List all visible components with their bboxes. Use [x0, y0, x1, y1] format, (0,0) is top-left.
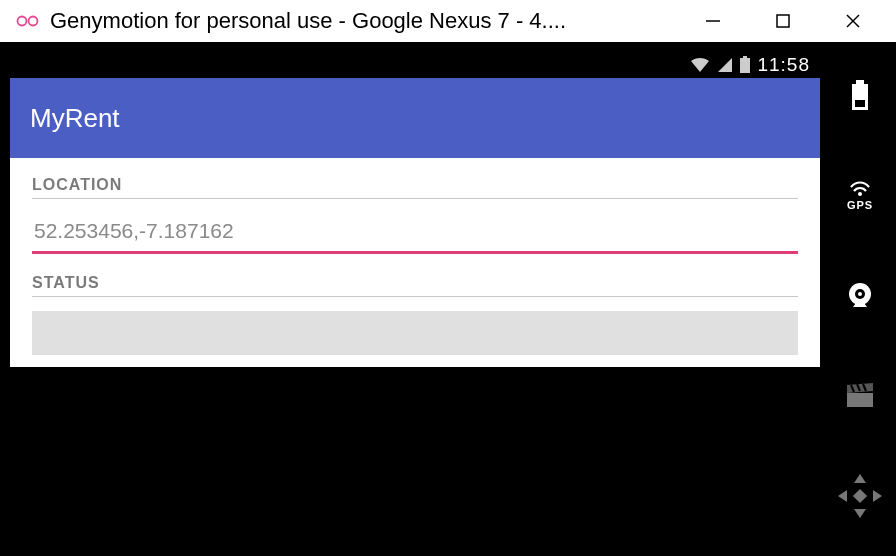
window-controls: [698, 6, 888, 36]
app-content: LOCATION STATUS: [10, 158, 820, 367]
dpad-tool-button[interactable]: [838, 474, 882, 518]
android-statusbar: 11:58: [10, 52, 820, 78]
battery-tool-button[interactable]: [838, 74, 882, 118]
clapperboard-tool-button[interactable]: [838, 374, 882, 418]
device-screen: 11:58 MyRent LOCATION STATUS: [0, 42, 824, 556]
wifi-icon: [689, 56, 711, 74]
location-label: LOCATION: [32, 176, 798, 194]
svg-point-14: [858, 292, 862, 296]
svg-rect-7: [743, 56, 747, 58]
status-field[interactable]: [32, 311, 798, 355]
status-label: STATUS: [32, 274, 798, 292]
svg-point-0: [18, 17, 27, 26]
divider: [32, 296, 798, 297]
svg-point-1: [29, 17, 38, 26]
battery-icon: [739, 56, 751, 74]
clapperboard-icon: [845, 383, 875, 409]
genymotion-logo-icon: [16, 14, 40, 28]
close-button[interactable]: [838, 6, 868, 36]
svg-rect-15: [847, 393, 873, 407]
window-titlebar: Genymotion for personal use - Google Nex…: [0, 0, 896, 42]
gps-tool-button[interactable]: GPS: [838, 174, 882, 218]
svg-rect-6: [740, 58, 750, 73]
webcam-icon: [845, 281, 875, 311]
app-title: MyRent: [30, 103, 120, 134]
svg-rect-9: [856, 80, 864, 84]
wifi-wave-icon: [848, 181, 872, 197]
window-title: Genymotion for personal use - Google Nex…: [50, 8, 698, 34]
svg-point-11: [858, 192, 862, 196]
camera-tool-button[interactable]: [838, 274, 882, 318]
app-bar: MyRent: [10, 78, 820, 158]
genymotion-sidebar: GPS: [824, 42, 896, 556]
status-time: 11:58: [757, 54, 810, 76]
minimize-button[interactable]: [698, 6, 728, 36]
battery-tool-icon: [850, 80, 870, 112]
emulator-area: 11:58 MyRent LOCATION STATUS: [0, 42, 896, 556]
cell-signal-icon: [717, 57, 733, 73]
dpad-icon: [838, 474, 882, 518]
svg-marker-16: [847, 383, 873, 393]
svg-rect-3: [777, 15, 789, 27]
location-input[interactable]: [32, 213, 798, 254]
divider: [32, 198, 798, 199]
maximize-button[interactable]: [768, 6, 798, 36]
gps-label: GPS: [847, 199, 873, 211]
svg-rect-10: [855, 100, 865, 107]
